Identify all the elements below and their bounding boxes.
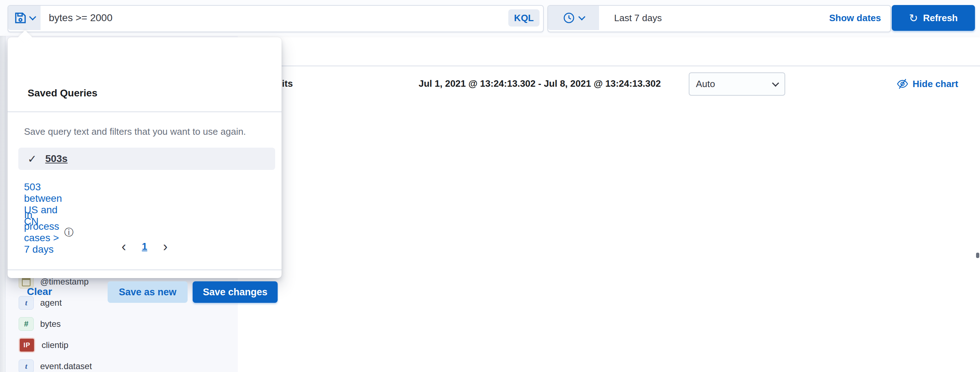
number-field-type-icon: # <box>19 317 34 331</box>
check-icon: ✓ <box>28 153 37 165</box>
info-icon[interactable]: ⓘ <box>64 226 73 239</box>
field-label: clientip <box>41 340 68 350</box>
ip-field-type-icon: IP <box>19 337 35 353</box>
prev-page-icon[interactable]: ‹ <box>122 240 126 253</box>
divider <box>8 269 282 270</box>
save-changes-button[interactable]: Save changes <box>192 281 278 303</box>
hits-count-label: its <box>282 78 293 89</box>
field-label: @timestamp <box>40 277 89 287</box>
clock-icon <box>563 12 575 24</box>
saved-queries-popover: Saved Queries Save query text and filter… <box>8 37 282 278</box>
query-bar[interactable]: bytes >= 2000 KQL <box>8 5 544 32</box>
saved-query-item-503s[interactable]: ✓ 503s <box>18 148 275 170</box>
popover-description: Save query text and filters that you wan… <box>24 126 246 137</box>
save-as-new-button[interactable]: Save as new <box>108 281 188 303</box>
histogram-interval-select[interactable]: Auto <box>689 73 785 96</box>
refresh-button[interactable]: ↻ Refresh <box>892 5 975 31</box>
field-label: bytes <box>40 319 60 329</box>
refresh-icon: ↻ <box>909 12 918 24</box>
calendar-icon <box>22 277 30 287</box>
chevron-down-icon <box>772 79 779 87</box>
query-input[interactable]: bytes >= 2000 <box>49 6 112 30</box>
interval-selected-value: Auto <box>696 79 715 90</box>
text-field-type-icon: t <box>19 359 34 372</box>
scrollbar-thumb[interactable] <box>976 253 979 258</box>
divider <box>8 111 282 112</box>
text-field-type-icon: t <box>19 296 34 310</box>
page-number[interactable]: 1 <box>142 241 147 252</box>
query-language-badge[interactable]: KQL <box>508 9 539 27</box>
saved-query-menu-button[interactable] <box>8 6 41 30</box>
pagination: ‹ 1 › <box>8 240 282 253</box>
quick-time-menu-button[interactable] <box>548 6 599 30</box>
sidebar-field-event.dataset[interactable]: tevent.dataset <box>19 358 92 372</box>
sidebar-field-clientip[interactable]: IPclientip <box>19 337 68 354</box>
clear-button[interactable]: Clear <box>27 286 52 298</box>
panel-top-border <box>238 66 980 66</box>
field-label: agent <box>40 298 62 308</box>
sidebar-field-bytes[interactable]: #bytes <box>19 315 60 332</box>
popover-title: Saved Queries <box>28 87 97 99</box>
refresh-label: Refresh <box>923 13 958 24</box>
hide-chart-label: Hide chart <box>913 79 958 90</box>
saved-query-label: 503s <box>45 153 67 165</box>
save-icon <box>14 11 27 25</box>
next-page-icon[interactable]: › <box>163 240 168 253</box>
time-range-value[interactable]: Last 7 days <box>614 6 662 30</box>
time-picker[interactable]: Last 7 days Show dates <box>547 5 891 32</box>
chevron-down-icon <box>578 13 585 21</box>
eye-slash-icon <box>897 78 908 90</box>
field-label: event.dataset <box>40 361 92 371</box>
hide-chart-button[interactable]: Hide chart <box>897 78 958 90</box>
chevron-down-icon <box>29 13 36 21</box>
top-query-bar: bytes >= 2000 KQL Last 7 days Show dates… <box>0 0 980 36</box>
chart-time-range-title: Jul 1, 2021 @ 13:24:13.302 - Jul 8, 2021… <box>418 78 661 89</box>
collapsed-left-panel-edge <box>0 0 5 372</box>
show-dates-button[interactable]: Show dates <box>829 6 881 30</box>
